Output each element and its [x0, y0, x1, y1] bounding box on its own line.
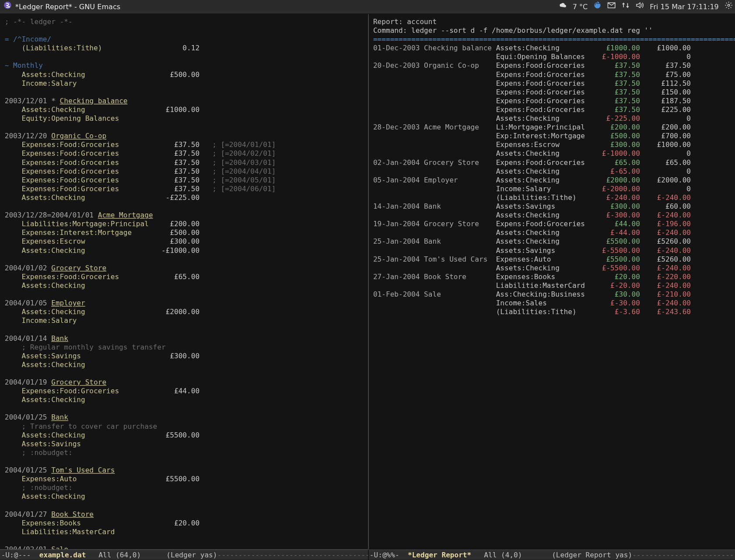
network-icon[interactable]: [622, 0, 630, 14]
window-title: *Ledger Report* - GNU Emacs: [15, 0, 120, 14]
mail-icon[interactable]: [608, 0, 616, 14]
weather-text: 7 °C: [573, 0, 588, 14]
svg-point-1: [728, 4, 730, 6]
volume-icon[interactable]: [636, 0, 644, 14]
weather-icon: [559, 0, 567, 14]
clock-text: Fri 15 Mar 17:11:19: [650, 0, 719, 14]
modeline-right: -U:@%%- *Ledger Report* All (4,0) (Ledge…: [368, 550, 735, 560]
titlebar: *Ledger Report* - GNU Emacs 7 °C Fri 15 …: [0, 0, 735, 14]
modeline-left: -U:@--- example.dat All (64,0) (Ledger y…: [0, 550, 368, 560]
modeline: -U:@--- example.dat All (64,0) (Ledger y…: [0, 550, 735, 560]
ledger-source-buffer[interactable]: ; -*- ledger -*- = /^Income/ (Liabilitie…: [0, 14, 368, 549]
gear-icon[interactable]: [724, 0, 733, 14]
ledger-report-buffer[interactable]: Report: account Command: ledger --sort d…: [368, 14, 735, 549]
refresh-icon[interactable]: [594, 0, 602, 14]
system-tray: 7 °C Fri 15 Mar 17:11:19: [559, 0, 733, 14]
editor-area: ; -*- ledger -*- = /^Income/ (Liabilitie…: [0, 14, 735, 549]
emacs-icon: [4, 0, 12, 14]
